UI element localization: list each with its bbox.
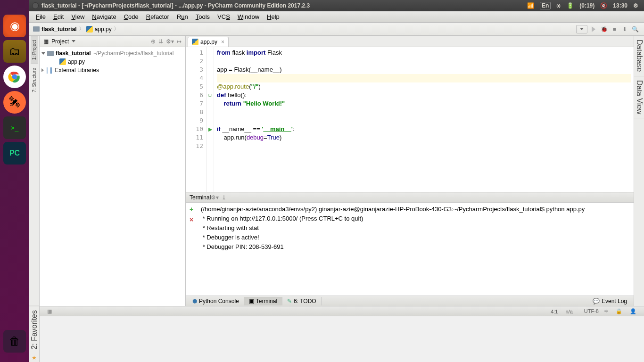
menu-refactor[interactable]: Refactor (146, 13, 169, 20)
lock-icon[interactable]: 🔒 (616, 308, 622, 314)
folder-icon (33, 26, 40, 32)
expand-icon[interactable] (41, 68, 44, 72)
menu-code[interactable]: Code (124, 13, 139, 20)
menu-navigate[interactable]: Navigate (92, 13, 116, 20)
chrome-icon[interactable] (3, 66, 26, 88)
lang-indicator[interactable]: En (540, 2, 551, 9)
breadcrumb: flask_tutorial 〉 app.py 〉 (33, 25, 119, 33)
bottom-tool-tabs: ⬢ Python Console ▣ Terminal ✎ 6: TODO 💬 … (186, 296, 634, 306)
terminal-icon[interactable]: >_ (3, 116, 26, 139)
terminal-toolbar: + × (186, 203, 197, 296)
terminal-title: Terminal (190, 194, 211, 201)
navigation-bar: flask_tutorial 〉 app.py 〉 🐞 ■ ⬇ 🔍 (29, 23, 644, 36)
svg-point-1 (13, 75, 17, 79)
run-config-dropdown[interactable] (576, 25, 587, 33)
tab-project[interactable]: 1: Project (31, 36, 38, 64)
tab-terminal[interactable]: ▣ Terminal (244, 297, 282, 305)
terminal-header: Terminal ⚙▾ ⤓ (186, 192, 634, 203)
terminal-icon: ▣ (249, 298, 254, 304)
project-view-dropdown[interactable] (72, 40, 75, 42)
hector-icon[interactable]: 👤 (630, 308, 636, 314)
terminal-output[interactable]: (/home/ginanjar-azie/anaconda3/envs/py2)… (197, 203, 634, 296)
hide-panel-icon[interactable]: ↦ (177, 38, 182, 45)
project-panel: ▦ Project ⊕ ⇊ ⚙▾ ↦ flask_tutorial ~/Pych… (40, 36, 186, 306)
battery-icon[interactable]: 🔋 (567, 2, 574, 9)
clock[interactable]: 13:30 (613, 2, 627, 9)
left-gutter-bottom: 2: Favorites ★ (29, 306, 40, 362)
todo-icon: ✎ (287, 298, 292, 304)
tree-root[interactable]: flask_tutorial ~/PycharmProjects/flask_t… (40, 49, 185, 58)
stop-button[interactable]: ■ (610, 25, 619, 33)
ubuntu-launcher: ◉ 🗂 🛰 >_ PC 🗑 (0, 0, 29, 362)
wifi-icon[interactable]: 📶 (527, 2, 534, 9)
bluetooth-icon[interactable]: ⚹ (556, 2, 561, 9)
left-tool-gutter: 1: Project 7: Structure (29, 36, 40, 306)
tab-data-view[interactable]: Data View (634, 76, 644, 119)
python-file-icon (59, 58, 66, 65)
trash-icon[interactable]: 🗑 (3, 330, 26, 353)
star-icon: ★ (31, 354, 38, 362)
gear-icon[interactable]: ⚙ (633, 2, 638, 9)
tree-file-app[interactable]: app.py (40, 58, 185, 66)
encoding[interactable]: UTF-8 ≑ (580, 308, 608, 314)
menu-window[interactable]: Window (238, 13, 259, 20)
tab-structure[interactable]: 7: Structure (31, 64, 38, 96)
tab-favorites[interactable]: 2: Favorites (29, 306, 40, 354)
ubuntu-dash-icon[interactable]: ◉ (3, 15, 26, 37)
tab-database[interactable]: Database (634, 36, 644, 76)
collapse-all-icon[interactable]: ⇊ (158, 38, 163, 45)
tree-root-name: flask_tutorial (56, 50, 91, 57)
titlebar: flask_tutorial - [~/PycharmProjects/flas… (29, 0, 644, 11)
menu-help[interactable]: Help (267, 13, 280, 20)
line-numbers: 123456789101112 (186, 47, 206, 192)
window-title: flask_tutorial - [~/PycharmProjects/flas… (41, 2, 310, 9)
project-panel-title: Project (51, 38, 69, 45)
tab-todo[interactable]: ✎ 6: TODO (282, 297, 322, 305)
code-content[interactable]: from flask import Flask app = Flask(__na… (214, 47, 634, 192)
hide-panel-icon[interactable]: ⤓ (222, 194, 226, 201)
insert-mode: n/a (565, 309, 572, 314)
python-file-icon (192, 39, 198, 45)
project-tree: flask_tutorial ~/PycharmProjects/flask_t… (40, 47, 185, 76)
search-button[interactable]: 🔍 (631, 25, 639, 33)
new-session-icon[interactable]: + (190, 206, 193, 213)
folder-icon (47, 51, 54, 56)
breadcrumb-folder[interactable]: flask_tutorial (41, 26, 77, 33)
breadcrumb-file[interactable]: app.py (95, 26, 112, 33)
terminal-panel: Terminal ⚙▾ ⤓ + × (/home/ginanjar-azie/a… (186, 192, 634, 296)
status-bar: ▥ 4:1 n/a UTF-8 ≑ 🔒 👤 (40, 306, 644, 316)
menu-file[interactable]: File (36, 13, 46, 20)
menu-vcs[interactable]: VCS (217, 13, 230, 20)
event-log-icon: 💬 (593, 298, 600, 304)
tree-external-libs[interactable]: ║║ External Libraries (40, 66, 185, 74)
breadcrumb-sep: 〉 (79, 25, 84, 33)
debug-button[interactable]: 🐞 (600, 25, 608, 33)
update-button[interactable]: ⬇ (620, 25, 629, 33)
pycharm-icon[interactable]: PC (3, 142, 26, 165)
close-button[interactable] (32, 2, 39, 9)
menu-edit[interactable]: Edit (53, 13, 64, 20)
gear-icon[interactable]: ⚙▾ (211, 194, 219, 201)
code-editor[interactable]: 123456789101112 ⊟▶ from flask import Fla… (186, 47, 634, 192)
ide-body: 1: Project 7: Structure ▦ Project ⊕ ⇊ ⚙▾… (29, 36, 644, 306)
files-icon[interactable]: 🗂 (3, 40, 26, 63)
run-button[interactable] (589, 25, 598, 33)
project-panel-header: ▦ Project ⊕ ⇊ ⚙▾ ↦ (40, 36, 185, 47)
menu-view[interactable]: View (71, 13, 84, 20)
volume-icon[interactable]: 🔇 (600, 2, 607, 9)
editor-tabs: app.py × (186, 36, 634, 47)
menu-run[interactable]: Run (177, 13, 188, 20)
editor-tab-app[interactable]: app.py × (188, 37, 229, 47)
gear-icon[interactable]: ⚙▾ (166, 38, 174, 45)
close-session-icon[interactable]: × (190, 216, 193, 223)
postman-icon[interactable]: 🛰 (3, 91, 26, 114)
python-icon: ⬢ (192, 298, 197, 304)
tab-python-console[interactable]: ⬢ Python Console (188, 297, 244, 305)
expand-icon[interactable] (41, 52, 45, 55)
tab-event-log[interactable]: 💬 Event Log (588, 297, 632, 305)
menu-tools[interactable]: Tools (196, 13, 210, 20)
cursor-position: 4:1 (551, 309, 558, 314)
close-icon[interactable]: × (221, 39, 224, 45)
tool-windows-icon[interactable]: ▥ (47, 308, 52, 314)
scroll-from-source-icon[interactable]: ⊕ (151, 38, 156, 45)
